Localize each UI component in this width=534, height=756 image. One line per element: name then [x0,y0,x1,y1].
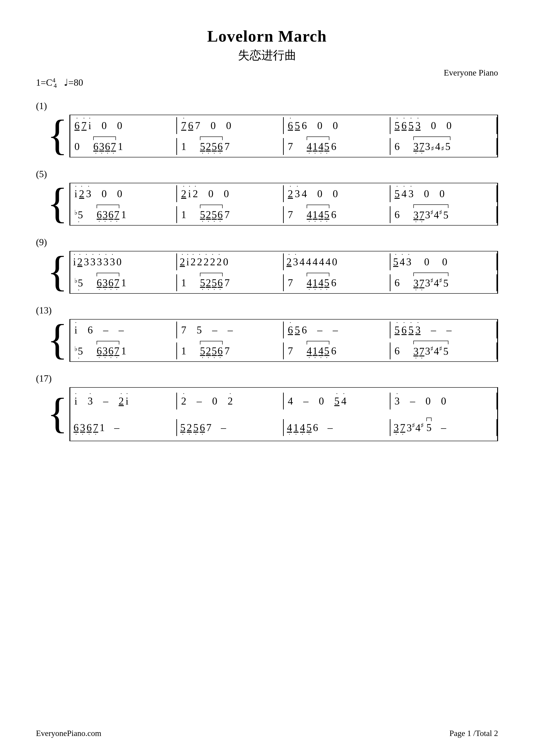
note: 7 [224,141,230,152]
note: – [221,421,226,434]
note: 2 [191,256,196,268]
note: 3 [102,209,108,221]
note: ♭5 [74,208,83,221]
note: 5 [180,421,185,434]
bottom-staff-4: ♭5 6 3 6 7 1 1 5 2 [70,340,497,362]
note: i [188,188,191,200]
note: 0 [425,395,431,407]
note: 3 [110,256,115,268]
beam-group: 6 3 6 7 [97,209,119,221]
note: 6 [97,209,102,221]
beam-group: 3 7 3♯4♯ 5 [413,277,448,289]
top-staff-1: 67 i 0 0 76 7 0 0 [70,115,497,136]
note: 7 [288,277,293,289]
note: 1 [99,421,105,434]
note: 7 [419,345,424,357]
note: – [446,324,451,336]
note: 2 [287,256,292,268]
note: – [317,324,322,336]
note: 5 [212,277,217,289]
note: 4 [307,141,312,152]
note: 2 [77,256,83,268]
note: 7 [224,345,230,357]
note: 0 [117,188,122,200]
barline [496,274,497,291]
top-staff-3: i 2 3 3 3 3 3 0 2 i 2 2 2 2 2 [70,251,497,272]
flat-sign: ♭ [74,277,78,284]
note: 4 [318,141,323,152]
note: 2 [187,421,192,434]
note: 5 [408,120,414,132]
note: 5 [295,324,300,336]
beam-group: 6 3 6 7 [93,141,116,152]
note: 1 [181,141,186,152]
note: 3 [415,120,420,132]
section-17-label: (17) [36,373,498,384]
note: 5 [200,277,205,289]
note: 2 [206,277,211,289]
note: 3 [413,209,419,221]
barline [496,206,497,223]
note: 3 [406,256,411,268]
note: 1 [121,277,126,289]
top-staff-4: i 6 – – 7 5 – – [70,319,497,340]
sharp: ♯ [430,208,434,216]
note: 2 [180,256,185,268]
note: 5 [212,141,217,152]
note: 0 [116,256,121,268]
note: 2 [197,256,202,268]
barline [496,185,497,202]
note: 4 [318,209,323,221]
note: 3♯4♯ [425,208,443,221]
note: 0 [102,188,107,200]
note: – [441,421,446,434]
note: 6 [87,421,92,434]
attribution: Everyone Piano [444,68,498,78]
note: 7 [419,277,424,289]
note: 1 [313,345,318,357]
note: 5 [324,345,329,357]
note: 0 [424,188,429,200]
note: 7 [114,277,119,289]
note: 0 [211,120,216,132]
top-staff-5: i 3 – 2 i 2 – 0 2 [70,387,497,414]
note: 0 [226,120,231,132]
system-2: { i 2 3 0 0 2 i 2 0 [47,183,498,226]
note: 6 [217,345,223,357]
note: 3 [394,421,399,434]
note: 3 [86,188,91,200]
note: 4 [287,421,292,434]
note: 5 [334,395,340,407]
note: – [196,395,202,407]
note: 3 [413,141,419,152]
note: 5 [306,421,312,434]
note: 2 [210,256,215,268]
note: 7 [224,277,230,289]
beam-group: 4 1 4 5 [307,277,329,289]
note: 0 [317,188,322,200]
bottom-staff-3: ♭5 6 3 6 7 1 1 5 2 [70,272,497,294]
note: 1 [293,421,298,434]
note: 6 [302,120,307,132]
note: 4 [318,277,323,289]
note: 1 [121,345,126,357]
note: 6 [394,141,400,152]
footer-left: EveryonePiano.com [36,729,101,738]
beam-group: 6 3 6 7 [97,277,119,289]
note: 7 [419,209,424,221]
note: 5 [393,256,398,268]
note: 3 [295,188,300,200]
note: 6 [217,209,223,221]
bottom-staff-1: 0 6 3 6 7 1 1 5 2 [70,136,497,157]
note: i [74,395,77,407]
note: 0 [441,395,446,407]
beam-group: 3 7 3♯4♯ 5 [413,345,448,357]
brace-5: { [47,385,68,441]
note: 3♯4♯ [425,277,443,289]
note: 5 [212,209,217,221]
note: 6 [105,141,110,152]
note: 4 [318,345,323,357]
brace-2: { [47,180,68,226]
note: 6 [200,421,205,434]
note: 5 [193,421,198,434]
